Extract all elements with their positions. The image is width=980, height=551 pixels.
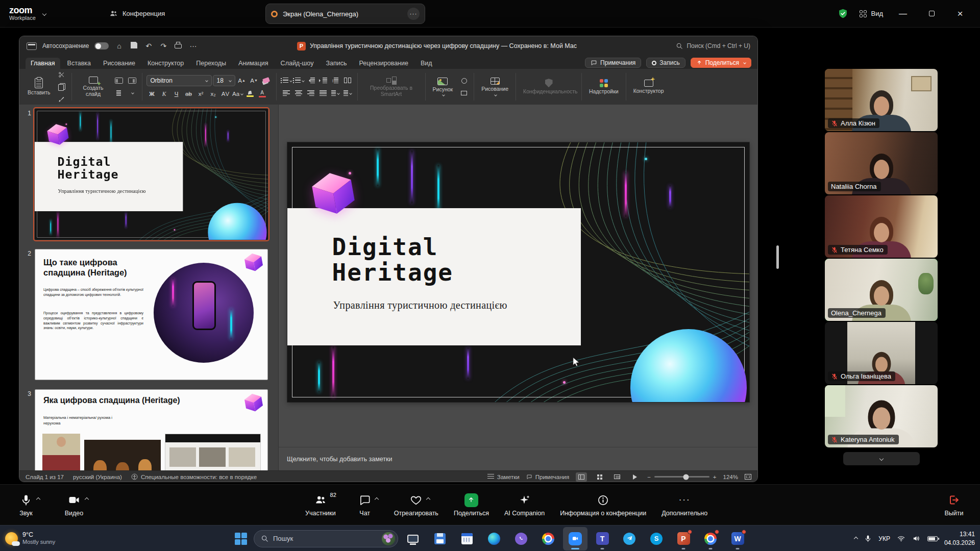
video-button[interactable]: Видео [60,493,88,517]
zoom-app-button[interactable] [563,527,587,550]
picture-button[interactable]: Рисунок [430,77,456,97]
telegram-app-button[interactable] [617,527,642,550]
designer-button[interactable]: Конструктор [630,79,667,95]
notes-pane[interactable]: Щелкните, чтобы добавить заметки [279,447,757,470]
tab-glavnaya[interactable]: Главная [26,58,60,69]
slideshow-button[interactable] [629,472,641,482]
smartart-button[interactable]: Преобразовать в SmartArt [362,76,421,98]
participant-tile-5[interactable]: Ольга Іваніщева [825,322,938,384]
change-case-button[interactable]: Аа [232,89,243,99]
text-box-button[interactable] [458,88,470,98]
align-right-button[interactable] [305,88,316,98]
slide-thumbnail-3[interactable]: Яка цифрова спадщина (Heritage) Матеріал… [35,389,268,470]
quick-access-more-icon[interactable]: ··· [188,42,198,50]
participant-tile-6[interactable]: Kateryna Antoniuk [825,385,938,447]
reset-button[interactable] [127,76,138,86]
slide-options-button[interactable] [127,88,138,98]
viber-app-button[interactable] [509,527,533,550]
zoom-in-button[interactable]: + [713,474,717,480]
participants-button[interactable]: 82 Участники [305,493,336,517]
justify-button[interactable] [317,88,329,98]
meeting-info-button[interactable]: Информация о конференции [560,493,646,517]
decrease-indent-button[interactable] [305,76,316,86]
chrome-app-button[interactable] [536,527,560,550]
chrome-profile-app-button[interactable] [698,527,723,550]
underline-button[interactable]: Ч [171,89,182,99]
tab-screen-share[interactable]: Экран (Olena_Chernega) ··· [265,4,425,24]
tab-animatsiya[interactable]: Анимация [233,58,274,69]
align-left-button[interactable] [281,88,292,98]
tray-expand-chevron[interactable] [854,536,858,540]
participant-tile-4-active-speaker[interactable]: Olena_Chernega [825,259,938,321]
leave-button[interactable]: Выйти [940,493,968,517]
tab-conference[interactable]: Конференция [109,0,165,28]
font-name-select[interactable]: Orbitron [146,75,212,86]
chat-button[interactable]: Чат [351,493,379,517]
zoom-slider[interactable]: − + [647,474,716,480]
minimize-button[interactable]: — [894,9,912,18]
character-spacing-button[interactable]: АV [220,89,231,99]
more-button[interactable]: ··· Дополнительно [662,493,707,517]
close-button[interactable]: × [951,8,969,19]
participant-tile-3[interactable]: Тетяна Семко [825,195,938,258]
subscript-button[interactable]: x₂ [208,89,219,99]
participant-tile-2[interactable]: Nataliia Chorna [825,132,938,194]
clear-formatting-button[interactable] [261,76,272,86]
columns-button[interactable] [342,76,353,86]
react-options-chevron[interactable] [426,497,430,502]
superscript-button[interactable]: x² [195,89,207,99]
view-button[interactable]: Вид [860,10,883,17]
zoom-slider-track[interactable] [654,476,709,478]
tab-konstruktor[interactable]: Конструктор [142,58,189,69]
task-view-button[interactable] [401,527,425,550]
save-icon[interactable] [129,42,138,50]
slide-thumbnail-2[interactable]: Що таке цифрова спадщина (Heritage) Цифр… [35,249,268,380]
text-direction-button[interactable] [330,88,341,98]
paste-button[interactable]: Вставить [24,78,54,96]
save-app-button[interactable] [428,527,452,550]
tab-vstavka[interactable]: Вставка [62,58,96,69]
clock[interactable]: 13:41 04.03.2026 [944,530,975,546]
bullet-list-button[interactable] [281,76,292,86]
normal-view-button[interactable] [576,472,587,482]
zoom-slider-thumb[interactable] [683,474,689,480]
tab-options-button[interactable]: ··· [407,8,420,20]
tab-perekhody[interactable]: Переходы [191,58,231,69]
shapes-button[interactable] [458,76,470,86]
section-button[interactable] [113,88,125,98]
ai-companion-button[interactable]: AI Companion [504,493,545,517]
reading-view-button[interactable] [611,472,623,482]
increase-indent-button[interactable] [317,76,329,86]
new-slide-button[interactable]: Создать слайд [76,76,111,98]
home-icon[interactable]: ⌂ [114,42,124,50]
taskbar-search-input[interactable]: Пошук [254,530,398,547]
numbered-list-button[interactable] [293,76,304,86]
font-color-button[interactable]: А [257,89,268,99]
react-button[interactable]: Отреагировать [394,493,438,517]
strikethrough-button[interactable]: ab [183,89,194,99]
align-text-button[interactable] [342,88,353,98]
cut-button[interactable] [56,69,67,80]
accessibility-status[interactable]: Специальные возможности: все в порядке [131,473,257,480]
format-painter-button[interactable] [56,94,67,104]
main-slide[interactable]: Digital Heritage Управління туристичною … [287,142,749,402]
record-button[interactable]: Запись [646,58,685,68]
teams-app-button[interactable]: T [590,527,615,550]
battery-icon[interactable] [927,536,938,541]
keyboard-language[interactable]: УКР [878,535,890,542]
print-icon[interactable] [174,42,183,50]
highlight-color-button[interactable] [244,89,256,99]
powerpoint-app-button[interactable]: P [671,527,696,550]
addins-button[interactable]: Надстройки [586,79,622,95]
video-options-chevron[interactable] [85,497,89,501]
audio-options-chevron[interactable] [36,497,40,501]
wifi-icon[interactable] [897,534,905,543]
scroll-indicator[interactable] [776,245,779,269]
chat-options-chevron[interactable] [375,497,379,502]
ppt-search-field[interactable]: Поиск (Cmd + Ctrl + U) [676,42,750,49]
ppt-share-button[interactable]: Поделиться [691,58,751,68]
security-shield-icon[interactable] [838,8,848,19]
share-screen-button[interactable]: Поделиться [454,493,489,517]
zoom-out-button[interactable]: − [647,474,651,480]
align-center-button[interactable] [293,88,304,98]
